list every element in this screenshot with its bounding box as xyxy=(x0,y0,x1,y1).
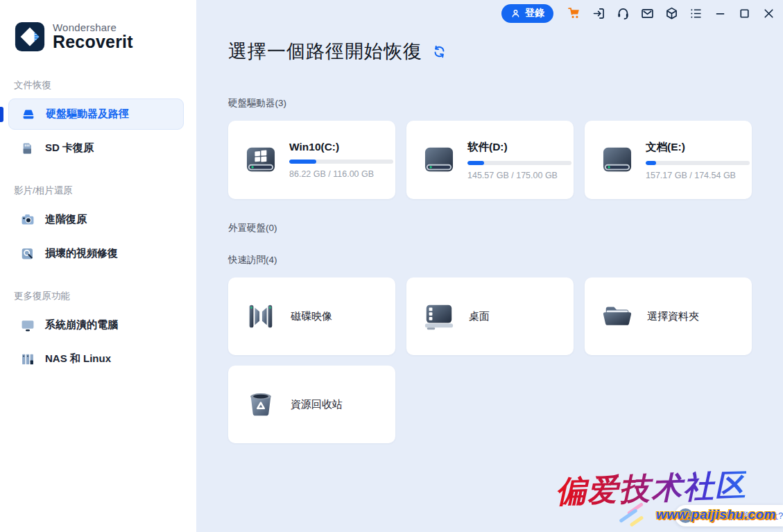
hard-drive-windows-icon xyxy=(245,146,277,175)
drive-size: 157.17 GB / 174.54 GB xyxy=(646,171,750,180)
folder-icon xyxy=(601,300,633,332)
app-logo: Wondershare Recoverit xyxy=(14,21,196,53)
cannot-detect-drive-help-button[interactable]: ? 无法检测到您的硬盘? xyxy=(675,505,783,526)
drive-usage-bar xyxy=(289,160,393,164)
quick-access-label: 資源回收站 xyxy=(291,398,343,411)
sidebar-item-enhanced-recovery[interactable]: 進階復原 xyxy=(8,204,184,235)
main-panel: 選擇一個路徑開始恢復 硬盤驅動器(3) Win10(C:) xyxy=(196,0,783,532)
minimize-icon[interactable] xyxy=(713,6,728,21)
hard-drives-section-label: 硬盤驅動器(3) xyxy=(228,97,783,110)
sidebar-item-crashed-computer[interactable]: 系統崩潰的電腦 xyxy=(8,309,184,341)
nas-linux-icon xyxy=(20,352,35,367)
cart-icon[interactable] xyxy=(567,6,582,21)
titlebar: 登錄 xyxy=(196,0,783,26)
user-icon xyxy=(510,8,521,19)
drive-size: 86.22 GB / 116.00 GB xyxy=(289,169,393,179)
quick-access-label: 桌面 xyxy=(469,310,490,323)
quick-access-label: 磁碟映像 xyxy=(291,310,332,323)
drive-name: Win10(C:) xyxy=(289,141,393,153)
sidebar-section-more-recovery: 更多復原功能 xyxy=(14,290,182,302)
quick-access-grid: 磁碟映像 桌面 選擇資料夾 xyxy=(228,277,783,443)
page-title: 選擇一個路徑開始恢復 xyxy=(228,39,422,64)
drive-size: 145.57 GB / 175.00 GB xyxy=(467,171,571,180)
quick-access-card-recycle-bin[interactable]: 資源回收站 xyxy=(228,366,395,443)
close-icon[interactable] xyxy=(762,6,776,21)
drive-name: 软件(D:) xyxy=(467,140,571,155)
drive-usage-fill xyxy=(289,160,316,164)
drive-card-d[interactable]: 软件(D:) 145.57 GB / 175.00 GB xyxy=(406,121,574,199)
refresh-icon[interactable] xyxy=(432,44,447,59)
drive-name: 文档(E:) xyxy=(646,140,750,155)
drive-card-e[interactable]: 文档(E:) 157.17 GB / 174.54 GB xyxy=(585,121,752,199)
login-label: 登錄 xyxy=(525,7,544,19)
maximize-icon[interactable] xyxy=(737,6,752,21)
question-mark-icon: ? xyxy=(678,508,693,523)
drive-usage-bar xyxy=(646,161,750,165)
quick-access-label: 選擇資料夾 xyxy=(647,310,699,323)
external-drives-section-label: 外置硬盤(0) xyxy=(228,222,783,234)
package-icon[interactable] xyxy=(664,6,679,21)
menu-list-icon[interactable] xyxy=(689,6,703,21)
sidebar-item-label: SD 卡復原 xyxy=(45,141,94,155)
help-text: 无法检测到您的硬盘? xyxy=(697,510,783,522)
sidebar-item-label: 進階復原 xyxy=(45,213,87,226)
sidebar-section-photo-video: 影片/相片還原 xyxy=(14,185,182,197)
sd-card-icon xyxy=(20,141,35,156)
sidebar-item-sd-card[interactable]: SD 卡復原 xyxy=(8,132,184,164)
quick-access-section-label: 快速訪問(4) xyxy=(228,254,783,266)
mail-icon[interactable] xyxy=(640,6,655,21)
drive-card-c[interactable]: Win10(C:) 86.22 GB / 116.00 GB xyxy=(228,121,395,199)
login-button[interactable]: 登錄 xyxy=(501,4,553,23)
recycle-bin-icon xyxy=(245,388,277,420)
drive-usage-fill xyxy=(467,161,484,165)
sidebar-item-label: NAS 和 Linux xyxy=(45,352,111,366)
sidebar-item-hard-drives[interactable]: 硬盤驅動器及路徑 xyxy=(8,98,184,130)
drive-usage-fill xyxy=(646,161,656,165)
support-headset-icon[interactable] xyxy=(616,6,630,21)
quick-access-card-select-folder[interactable]: 選擇資料夾 xyxy=(585,277,752,355)
hard-drives-grid: Win10(C:) 86.22 GB / 116.00 GB 软件(D:) xyxy=(228,121,783,199)
hard-drive-icon xyxy=(423,146,455,175)
video-repair-icon xyxy=(20,246,35,261)
quick-access-card-disk-image[interactable]: 磁碟映像 xyxy=(228,277,395,355)
sidebar-item-video-repair[interactable]: 損壞的視頻修復 xyxy=(8,238,184,269)
sidebar-section-file-recovery: 文件恢復 xyxy=(14,79,182,92)
sidebar-item-label: 損壞的視頻修復 xyxy=(45,247,118,260)
brand-product: Recoverit xyxy=(53,32,133,52)
sidebar-item-label: 硬盤驅動器及路徑 xyxy=(46,108,129,121)
disk-image-icon xyxy=(245,300,277,332)
desktop-icon xyxy=(423,300,455,332)
recoverit-logo-icon xyxy=(14,21,46,53)
hard-drive-icon xyxy=(21,107,36,122)
crashed-computer-icon xyxy=(20,318,35,333)
sidebar-item-nas-linux[interactable]: NAS 和 Linux xyxy=(8,343,184,375)
drive-usage-bar xyxy=(467,161,571,165)
quick-access-card-desktop[interactable]: 桌面 xyxy=(406,277,574,355)
camera-icon xyxy=(20,212,35,228)
sidebar: Wondershare Recoverit 文件恢復 硬盤驅動器及路徑 SD 卡… xyxy=(0,0,196,532)
hard-drive-icon xyxy=(601,146,633,175)
sidebar-item-label: 系統崩潰的電腦 xyxy=(45,318,118,332)
signin-icon[interactable] xyxy=(592,6,606,21)
